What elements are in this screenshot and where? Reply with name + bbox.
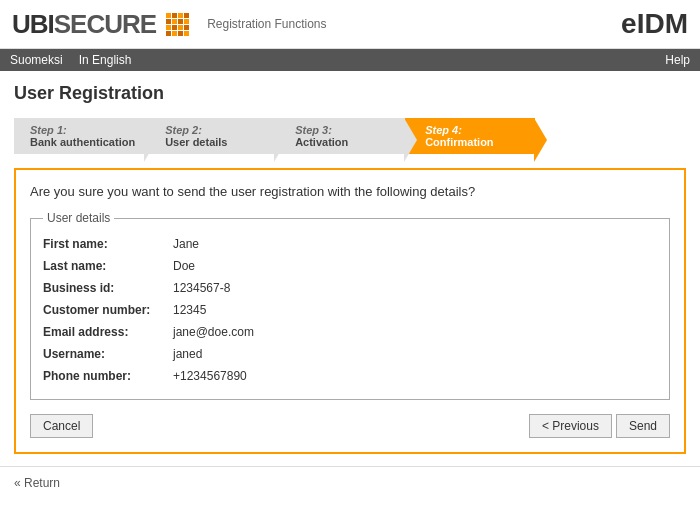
right-buttons: < Previous Send: [529, 414, 670, 438]
reg-functions-label: Registration Functions: [207, 17, 326, 31]
confirmation-question: Are you sure you want to send the user r…: [30, 184, 670, 199]
step-3-name: Activation: [295, 136, 395, 148]
return-area: « Return: [0, 466, 700, 498]
content: User Registration Step 1: Bank authentic…: [0, 71, 700, 466]
logo-ubi: UBI: [12, 9, 54, 39]
step-3: Step 3: Activation: [275, 118, 405, 154]
label-business-id: Business id:: [43, 281, 173, 295]
eidm-label: eIDM: [621, 8, 688, 40]
nav-help[interactable]: Help: [665, 53, 690, 67]
step-4-name: Confirmation: [425, 136, 525, 148]
user-details-fieldset: User details First name: Jane Last name:…: [30, 211, 670, 400]
logo-text: UBISECURE: [12, 9, 156, 40]
eidm-e: e: [621, 8, 637, 39]
logo-secure: SECURE: [54, 9, 156, 39]
previous-button[interactable]: < Previous: [529, 414, 612, 438]
logo-icon: [166, 13, 189, 36]
value-phone: +1234567890: [173, 369, 247, 383]
steps-bar: Step 1: Bank authentication Step 2: User…: [14, 118, 686, 154]
step-1-name: Bank authentication: [30, 136, 135, 148]
value-lastname: Doe: [173, 259, 195, 273]
header: UBISECURE Registration Functions eIDM: [0, 0, 700, 49]
detail-row-username: Username: janed: [43, 343, 657, 365]
step-4: Step 4: Confirmation: [405, 118, 535, 154]
detail-row-email: Email address: jane@doe.com: [43, 321, 657, 343]
step-1: Step 1: Bank authentication: [14, 118, 145, 154]
value-customer-number: 12345: [173, 303, 206, 317]
main-box: Are you sure you want to send the user r…: [14, 168, 686, 454]
cancel-button[interactable]: Cancel: [30, 414, 93, 438]
label-customer-number: Customer number:: [43, 303, 173, 317]
label-firstname: First name:: [43, 237, 173, 251]
navbar: Suomeksi In English Help: [0, 49, 700, 71]
label-email: Email address:: [43, 325, 173, 339]
eidm-idm: IDM: [637, 8, 688, 39]
logo-area: UBISECURE Registration Functions: [12, 9, 327, 40]
detail-row-phone: Phone number: +1234567890: [43, 365, 657, 387]
return-link[interactable]: « Return: [14, 476, 60, 490]
detail-row-customer-number: Customer number: 12345: [43, 299, 657, 321]
buttons-row: Cancel < Previous Send: [30, 414, 670, 438]
value-firstname: Jane: [173, 237, 199, 251]
step-2-name: User details: [165, 136, 265, 148]
step-2: Step 2: User details: [145, 118, 275, 154]
nav-suomeksi[interactable]: Suomeksi: [10, 53, 63, 67]
value-username: janed: [173, 347, 202, 361]
detail-row-lastname: Last name: Doe: [43, 255, 657, 277]
step-2-number: Step 2:: [165, 124, 265, 136]
page-title: User Registration: [14, 83, 686, 104]
value-business-id: 1234567-8: [173, 281, 230, 295]
detail-row-firstname: First name: Jane: [43, 233, 657, 255]
label-phone: Phone number:: [43, 369, 173, 383]
value-email: jane@doe.com: [173, 325, 254, 339]
step-1-number: Step 1:: [30, 124, 135, 136]
step-3-number: Step 3:: [295, 124, 395, 136]
label-username: Username:: [43, 347, 173, 361]
label-lastname: Last name:: [43, 259, 173, 273]
detail-row-business-id: Business id: 1234567-8: [43, 277, 657, 299]
send-button[interactable]: Send: [616, 414, 670, 438]
step-4-number: Step 4:: [425, 124, 525, 136]
nav-in-english[interactable]: In English: [79, 53, 132, 67]
user-details-legend: User details: [43, 211, 114, 225]
